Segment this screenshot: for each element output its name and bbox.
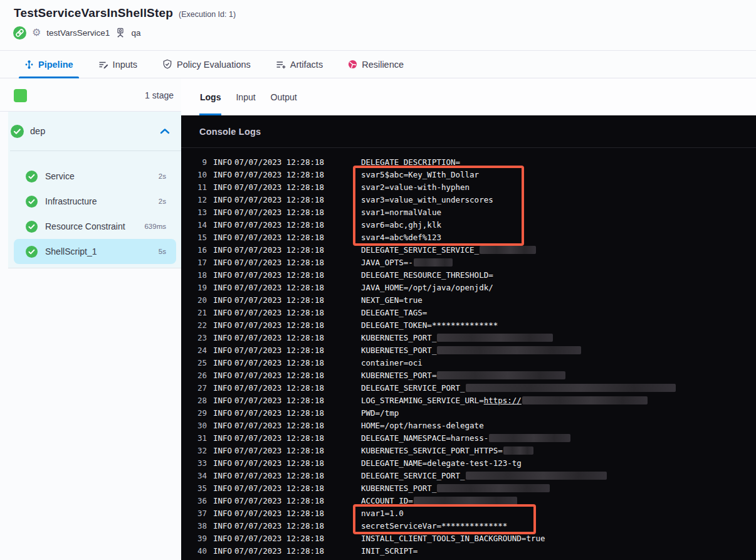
- log-message: KUBERNETES_PORT_: [361, 346, 581, 355]
- log-message: DELEGATE_SERVICE_SERVICE_: [361, 245, 536, 255]
- redacted-value: [437, 371, 565, 379]
- log-line-number: 20: [192, 295, 207, 305]
- log-message: PWD=/tmp: [361, 408, 399, 418]
- tab-artifacts-label: Artifacts: [290, 60, 323, 70]
- log-message: DELEGATE_NAME=delegate-test-123-tg: [361, 458, 522, 468]
- log-timestamp: 07/07/2023 12:28:18: [234, 320, 324, 330]
- log-level: INFO: [213, 433, 232, 443]
- log-level: INFO: [213, 358, 232, 367]
- log-line-number: 26: [192, 371, 207, 380]
- execution-sidebar: 1 stage dep Service 2s Infrastructure 2s: [0, 78, 181, 560]
- log-message: INSTALL_CLIENT_TOOLS_IN_BACKGROUND=true: [361, 534, 545, 543]
- log-line-number: 36: [192, 496, 207, 505]
- log-line: 35INFO07/07/2023 12:28:18KUBERNETES_PORT…: [192, 482, 756, 494]
- service-gear-icon: ⚙: [32, 28, 41, 38]
- log-level: INFO: [213, 521, 232, 531]
- log-timestamp: 07/07/2023 12:28:18: [234, 534, 324, 543]
- step-success-icon: [26, 221, 38, 233]
- log-message: secretServiceVar=**************: [361, 521, 507, 531]
- log-line-number: 10: [192, 170, 207, 179]
- log-level: INFO: [213, 483, 232, 493]
- log-line: 10INFO07/07/2023 12:28:18svar5$abc=Key_W…: [192, 168, 756, 181]
- log-line-number: 35: [192, 483, 207, 493]
- log-line: 37INFO07/07/2023 12:28:18nvar1=1.0: [192, 507, 756, 519]
- log-timestamp: 07/07/2023 12:28:18: [234, 195, 324, 204]
- log-message: KUBERNETES_PORT=: [361, 371, 565, 380]
- log-timestamp: 07/07/2023 12:28:18: [234, 396, 324, 405]
- step-row-resource-constraint[interactable]: Resource Constraint 639ms: [10, 214, 181, 239]
- log-level: INFO: [213, 220, 232, 230]
- tab-output[interactable]: Output: [270, 78, 298, 115]
- redacted-value: [437, 346, 581, 354]
- log-message: DELEGATE_DESCRIPTION=: [361, 157, 460, 167]
- log-level: INFO: [213, 408, 232, 418]
- log-level: INFO: [213, 471, 232, 480]
- log-message: svar5$abc=Key_WIth_Dollar: [361, 170, 479, 179]
- tab-logs[interactable]: Logs: [199, 78, 221, 115]
- step-success-icon: [26, 171, 38, 182]
- tab-input[interactable]: Input: [235, 78, 256, 115]
- log-url-link[interactable]: https://: [484, 396, 522, 405]
- step-name: Infrastructure: [45, 196, 159, 206]
- tab-artifacts[interactable]: Artifacts: [270, 51, 328, 78]
- log-line-number: 27: [192, 383, 207, 393]
- log-message: DELEGATE_TAGS=: [361, 308, 427, 317]
- log-line-number: 21: [192, 308, 207, 317]
- module-tab-bar: Pipeline Inputs Policy Evaluations Artif…: [0, 51, 756, 78]
- log-message: KUBERNETES_PORT_: [361, 333, 553, 342]
- stage-success-icon: [11, 125, 24, 138]
- log-level: INFO: [213, 208, 232, 217]
- log-line-number: 23: [192, 333, 207, 342]
- breadcrumb: ⚙ testVarsService1 qa: [13, 26, 140, 40]
- log-line: 17INFO07/07/2023 12:28:18JAVA_OPTS=-: [192, 256, 756, 268]
- log-line: 18INFO07/07/2023 12:28:18DELEGATE_RESOUR…: [192, 268, 756, 281]
- log-message: JAVA_OPTS=-: [361, 258, 453, 267]
- log-line: 21INFO07/07/2023 12:28:18DELEGATE_TAGS=: [192, 306, 756, 319]
- tab-pipeline[interactable]: Pipeline: [19, 51, 79, 78]
- log-level: INFO: [213, 270, 232, 280]
- log-line-number: 33: [192, 458, 207, 468]
- step-row-shellscript-1[interactable]: ShellScript_1 5s: [14, 239, 176, 264]
- step-detail-tabs: Logs Input Output: [181, 78, 756, 115]
- redacted-value: [522, 396, 648, 404]
- chevron-up-icon[interactable]: [160, 128, 170, 134]
- log-level: INFO: [213, 496, 232, 505]
- tab-policy-evaluations-label: Policy Evaluations: [177, 60, 251, 70]
- log-timestamp: 07/07/2023 12:28:18: [234, 433, 324, 443]
- log-line: 12INFO07/07/2023 12:28:18svar3=value_wit…: [192, 193, 756, 206]
- log-line-number: 32: [192, 446, 207, 455]
- step-duration: 2s: [159, 198, 166, 205]
- log-message: DELEGATE_NAMESPACE=harness-: [361, 433, 570, 443]
- redacted-value: [480, 246, 536, 254]
- log-timestamp: 07/07/2023 12:28:18: [234, 270, 324, 280]
- log-timestamp: 07/07/2023 12:28:18: [234, 483, 324, 493]
- log-message: JAVA_HOME=/opt/java/openjdk/: [361, 283, 493, 292]
- log-line-number: 39: [192, 534, 207, 543]
- log-timestamp: 07/07/2023 12:28:18: [234, 458, 324, 468]
- log-timestamp: 07/07/2023 12:28:18: [234, 358, 324, 367]
- log-timestamp: 07/07/2023 12:28:18: [234, 245, 324, 255]
- console-logs-title: Console Logs: [199, 127, 261, 137]
- log-line-number: 14: [192, 220, 207, 230]
- tab-resilience[interactable]: Resilience: [342, 51, 409, 78]
- log-level: INFO: [213, 320, 232, 330]
- redacted-value: [503, 446, 533, 455]
- tab-resilience-label: Resilience: [362, 60, 404, 70]
- redacted-value: [466, 472, 607, 480]
- log-line-number: 17: [192, 258, 207, 267]
- tab-policy-evaluations[interactable]: Policy Evaluations: [157, 51, 256, 78]
- tab-inputs[interactable]: Inputs: [93, 51, 144, 78]
- execution-header: TestServiceVarsInShellStep (Execution Id…: [0, 0, 756, 51]
- inputs-icon: [98, 60, 108, 70]
- log-line: 26INFO07/07/2023 12:28:18KUBERNETES_PORT…: [192, 369, 756, 381]
- log-level: INFO: [213, 157, 232, 167]
- stage-row-dep[interactable]: dep: [8, 112, 181, 151]
- log-level: INFO: [213, 333, 232, 342]
- log-line: 9INFO07/07/2023 12:28:18DELEGATE_DESCRIP…: [192, 156, 756, 168]
- log-level: INFO: [213, 308, 232, 317]
- step-duration: 2s: [159, 172, 166, 180]
- log-line: 33INFO07/07/2023 12:28:18DELEGATE_NAME=d…: [192, 457, 756, 469]
- log-line: 34INFO07/07/2023 12:28:18DELEGATE_SERVIC…: [192, 469, 756, 482]
- step-row-service[interactable]: Service 2s: [10, 164, 181, 189]
- step-row-infrastructure[interactable]: Infrastructure 2s: [10, 189, 181, 214]
